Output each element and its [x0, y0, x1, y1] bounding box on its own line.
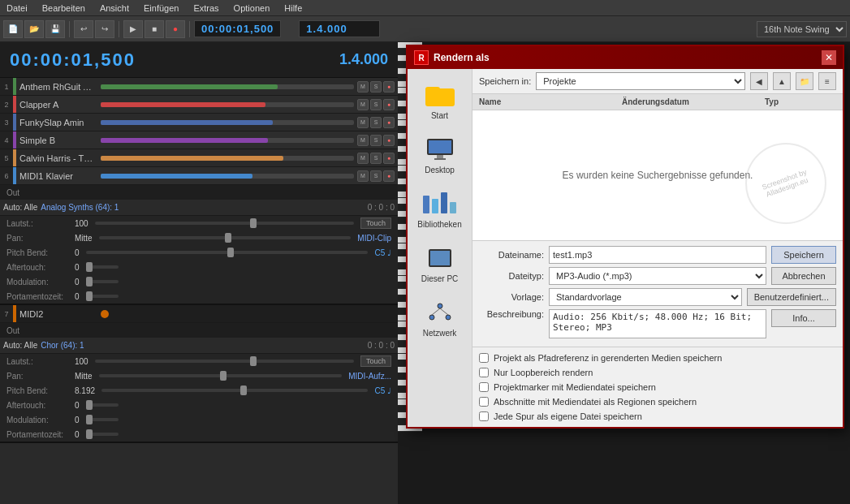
track-record-1[interactable]: ● — [383, 99, 395, 110]
checkbox-0[interactable] — [479, 353, 489, 363]
midi1-pitch-label: Pitch Bend: — [6, 248, 71, 257]
midi1-pitch-slider[interactable] — [86, 251, 369, 254]
play-btn[interactable]: ▶ — [123, 20, 143, 38]
nav-new-folder-btn[interactable]: 📁 — [796, 72, 813, 90]
midi1-portamento-slider[interactable] — [86, 295, 119, 298]
menu-einfuegen[interactable]: Einfügen — [140, 3, 182, 13]
dialog-title: Rendern als — [434, 52, 490, 63]
track-fader-4[interactable] — [101, 156, 354, 161]
track-record-2[interactable]: ● — [383, 117, 395, 128]
menu-ansicht[interactable]: Ansicht — [97, 3, 132, 13]
nav-netzwerk[interactable]: Netzwerk — [411, 293, 468, 344]
custom-btn[interactable]: Benutzerdefiniert... — [747, 288, 836, 306]
track-record-0[interactable]: ● — [383, 81, 395, 93]
new-btn[interactable]: 📄 — [3, 20, 23, 38]
midi1-modulation-val: 0 — [75, 278, 80, 286]
midi2-pitch-slider[interactable] — [101, 389, 368, 392]
nav-up-btn[interactable]: ▲ — [773, 72, 791, 90]
checkbox-4[interactable] — [479, 411, 489, 421]
checkbox-2[interactable] — [479, 382, 489, 392]
midi2-modulation-slider[interactable] — [86, 418, 119, 421]
checkbox-1[interactable] — [479, 368, 489, 377]
track-fader-5[interactable] — [101, 174, 354, 179]
watermark: Screenshot byAlladesign.eu — [745, 143, 826, 224]
menu-datei[interactable]: Datei — [3, 3, 31, 13]
track-mute-3[interactable]: M — [357, 135, 369, 146]
nav-bibliotheken[interactable]: Bibliotheken — [411, 184, 468, 235]
midi1-modulation-slider[interactable] — [86, 280, 119, 283]
midi2-lautst-slider[interactable] — [95, 360, 354, 363]
track-row: 6 MIDI1 Klavier M S ● — [0, 167, 398, 185]
nav-desktop[interactable]: Desktop — [411, 130, 468, 181]
nav-bibliotheken-label: Bibliotheken — [417, 220, 461, 229]
nav-start[interactable]: Start — [411, 75, 468, 127]
dialog-close-btn[interactable]: ✕ — [822, 50, 836, 65]
track-solo-2[interactable]: S — [370, 117, 382, 128]
track-solo-5[interactable]: S — [370, 170, 382, 182]
checkbox-3[interactable] — [479, 397, 489, 407]
midi2-touch-btn[interactable]: Touch — [360, 355, 391, 367]
render-dialog[interactable]: R Rendern als ✕ Start — [406, 45, 844, 429]
midi1-pan-val: Mitte — [75, 234, 93, 243]
track-fader-3[interactable] — [101, 138, 354, 143]
track-controls-3: M S ● — [357, 135, 395, 146]
nav-view-btn[interactable]: ≡ — [818, 72, 836, 90]
midi1-pan-slider[interactable] — [99, 236, 352, 239]
save-btn[interactable]: 💾 — [45, 20, 65, 38]
stop-btn[interactable]: ■ — [145, 20, 164, 38]
track-fader-1[interactable] — [101, 102, 354, 107]
redo-btn[interactable]: ↪ — [95, 20, 114, 38]
track-solo-4[interactable]: S — [370, 153, 382, 164]
start-icon — [425, 82, 455, 108]
swing-select[interactable]: 16th Note Swing — [757, 21, 847, 37]
location-input[interactable]: Projekte — [536, 72, 745, 90]
track-mute-0[interactable]: M — [357, 81, 369, 93]
track-fader-0[interactable] — [101, 84, 354, 89]
track-mute-4[interactable]: M — [357, 153, 369, 164]
midi2-record-btn[interactable] — [101, 310, 109, 318]
track-solo-0[interactable]: S — [370, 81, 382, 93]
save-btn[interactable]: Speichern — [771, 246, 836, 264]
midi1-aftertouch-slider[interactable] — [86, 265, 119, 269]
midi2-instrument: Chor (64): 1 — [41, 341, 84, 350]
vorlage-select[interactable]: Standardvorlage — [549, 288, 742, 306]
midi1-lautst-slider[interactable] — [95, 222, 354, 225]
midi2-portamento-slider[interactable] — [86, 433, 119, 436]
midi1-portamento-label: Portamentozeit: — [6, 292, 71, 301]
info-btn[interactable]: Info... — [771, 309, 836, 327]
library-icon — [425, 191, 455, 217]
menu-hilfe[interactable]: Hilfe — [281, 3, 305, 13]
track-record-3[interactable]: ● — [383, 135, 395, 146]
track-record-4[interactable]: ● — [383, 153, 395, 164]
filetype-select[interactable]: MP3-Audio (*.mp3) — [549, 267, 766, 285]
cancel-btn[interactable]: Abbrechen — [771, 267, 836, 285]
beschreibung-label: Beschreibung: — [479, 309, 544, 319]
nav-dieser-pc[interactable]: Dieser PC — [411, 239, 468, 290]
menu-bearbeiten[interactable]: Bearbeiten — [39, 3, 88, 13]
track-record-5[interactable]: ● — [383, 170, 395, 182]
track-solo-3[interactable]: S — [370, 135, 382, 146]
svg-line-3 — [432, 308, 440, 315]
track-name-5: MIDI1 Klavier — [16, 171, 97, 181]
filename-input[interactable] — [549, 246, 766, 264]
midi2-aftertouch-slider[interactable] — [86, 403, 119, 407]
midi1-out-label: Out — [6, 188, 19, 197]
midi2-pan-slider[interactable] — [99, 374, 343, 377]
midi1-touch-btn[interactable]: Touch — [360, 218, 391, 229]
track-solo-1[interactable]: S — [370, 99, 382, 110]
menu-optionen[interactable]: Optionen — [231, 3, 274, 13]
track-row: 5 Calvin Harris - This... M S ● — [0, 149, 398, 167]
track-mute-1[interactable]: M — [357, 99, 369, 110]
midi2-auto-row: Auto: Alle Chor (64): 1 0 : 0 : 0 — [0, 338, 398, 354]
track-mute-5[interactable]: M — [357, 170, 369, 182]
menu-extras[interactable]: Extras — [190, 3, 222, 13]
midi1-aftertouch-val: 0 — [75, 263, 80, 272]
midi1-aftertouch-label: Aftertouch: — [6, 263, 71, 272]
track-mute-2[interactable]: M — [357, 117, 369, 128]
track-fader-2[interactable] — [101, 120, 354, 125]
record-btn[interactable]: ● — [166, 20, 185, 38]
undo-btn[interactable]: ↩ — [74, 20, 93, 38]
nav-back-btn[interactable]: ◀ — [750, 72, 768, 90]
open-btn[interactable]: 📂 — [24, 20, 44, 38]
file-list-body: Es wurden keine Suchergebnisse gefunden.… — [472, 110, 843, 240]
